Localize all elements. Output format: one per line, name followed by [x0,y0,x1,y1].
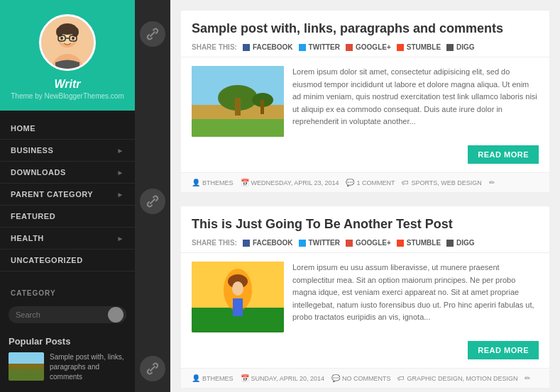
post-card-2: This is Just Going To Be Another Test Po… [181,206,549,388]
meta-categories-1: 🏷SPORTS, WEB DESIGN [402,179,481,186]
post-image-1 [192,66,284,137]
nav-link-uncategorized[interactable]: UNCATEGORIZED [0,250,135,271]
nav-item-featured[interactable]: FEATURED [0,206,135,228]
nav-label-health: HEALTH [11,234,44,242]
facebook-share-btn[interactable]: FACEBOOK [243,43,293,51]
post-meta-2: 👤BTHEMES 📅SUNDAY, APRIL 20, 2014 💬NO COM… [181,368,549,388]
read-more-btn-1[interactable]: READ MORE [468,145,539,164]
search-button[interactable] [108,307,123,323]
digg-share-btn-2[interactable]: DIGG [446,239,475,247]
nav-label-parent: PARENT CATEGORY [11,190,93,198]
twitter-share-btn-2[interactable]: TWITTER [299,239,340,247]
nav-link-parent[interactable]: PARENT CATEGORY ► [0,184,135,205]
post-body-2: Lorem ipsum eu usu assum liberavisse, ut… [181,253,549,341]
stumble-share-btn-2[interactable]: STUMBLE [397,239,441,247]
meta-date-2: 📅SUNDAY, APRIL 20, 2014 [241,374,324,382]
digg-share-btn[interactable]: DIGG [446,43,475,51]
popular-post-thumb [9,352,44,381]
post-body-1: Lorem ipsum dolor sit amet, consectetur … [181,57,549,145]
meta-date-1: 📅WEDNESDAY, APRIL 23, 2014 [241,179,339,186]
post-meta-1: 👤BTHEMES 📅WEDNESDAY, APRIL 23, 2014 💬1 C… [181,172,549,192]
nav-label-downloads: DOWNLOADS [11,168,66,177]
nav-label-home: HOME [11,124,35,133]
meta-author-2: 👤BTHEMES [192,374,234,382]
post-card-1: Sample post with, links, paragraphs and … [181,11,549,192]
share-label-2: SHARE THIS: [192,239,237,247]
meta-edit-2: ✏ [525,374,530,382]
nav-item-health[interactable]: HEALTH ► [0,228,135,250]
search-box [9,306,126,323]
nav-item-parent[interactable]: PARENT CATEGORY ► [0,184,135,206]
sidebar: Writr Theme by NewBloggerThemes.com HOME… [0,0,135,392]
popular-post-item: Sample post with, links, paragraphs and … [9,352,126,382]
sidebar-header: Writr Theme by NewBloggerThemes.com [0,0,135,111]
svg-point-12 [60,37,63,40]
popular-posts-section: Popular Posts Sample post with, links, p… [0,329,135,392]
meta-comments-2: 💬NO COMMENTS [331,374,391,382]
post-excerpt-1: Lorem ipsum dolor sit amet, consectetur … [292,66,539,137]
meta-comments-1: 💬1 COMMENT [346,179,395,186]
nav-item-uncategorized[interactable]: UNCATEGORIZED [0,250,135,271]
svg-point-13 [72,37,75,40]
post-image-2 [192,262,284,332]
nav-link-featured[interactable]: FEATURED [0,206,135,227]
post-title-2[interactable]: This is Just Going To Be Another Test Po… [181,206,549,235]
chain-icon-1[interactable] [140,21,165,47]
read-more-wrap-2: READ MORE [181,341,549,368]
googleplus-share-btn[interactable]: GOOGLE+ [346,43,391,51]
nav-menu: HOME BUSINESS ► DOWNLOADS ► PARENT CATEG… [0,111,135,279]
nav-item-business[interactable]: BUSINESS ► [0,140,135,162]
svg-rect-20 [260,100,264,114]
main-content: Sample post with, links, paragraphs and … [170,0,560,392]
meta-categories-2: 🏷GRAPHIC DESIGN, MOTION DESIGN [397,374,517,382]
nav-link-downloads[interactable]: DOWNLOADS ► [0,162,135,183]
stumble-share-btn[interactable]: STUMBLE [397,43,441,51]
chevron-right-icon: ► [117,147,124,155]
site-subtitle: Theme by NewBloggerThemes.com [7,92,128,100]
nav-item-home[interactable]: HOME [0,118,135,140]
post-title-1[interactable]: Sample post with, links, paragraphs and … [181,11,549,40]
chevron-right-icon: ► [117,169,124,177]
nav-link-home[interactable]: HOME [0,118,135,139]
facebook-share-btn-2[interactable]: FACEBOOK [243,239,293,247]
chevron-right-icon: ► [117,191,124,198]
meta-edit-1: ✏ [489,179,495,186]
popular-posts-title: Popular Posts [9,336,126,347]
svg-point-27 [232,281,243,296]
nav-label-featured: FEATURED [11,212,55,220]
popular-post-title[interactable]: Sample post with, links, paragraphs and … [50,352,126,382]
svg-rect-16 [192,119,284,137]
share-label-1: SHARE THIS: [192,43,237,51]
svg-rect-18 [235,98,241,116]
read-more-wrap-1: READ MORE [181,145,549,172]
nav-link-business[interactable]: BUSINESS ► [0,140,135,161]
site-title: Writr [7,78,128,91]
category-section-label: CATEGORY [0,282,135,301]
chain-icon-2[interactable] [140,189,165,214]
chain-icon-3[interactable] [140,356,165,381]
share-bar-2: SHARE THIS: FACEBOOK TWITTER GOOGLE+ STU… [181,235,549,253]
chevron-right-icon: ► [117,235,124,242]
share-bar-1: SHARE THIS: FACEBOOK TWITTER GOOGLE+ STU… [181,40,549,57]
twitter-share-btn[interactable]: TWITTER [299,43,340,51]
googleplus-share-btn-2[interactable]: GOOGLE+ [346,239,391,247]
nav-link-health[interactable]: HEALTH ► [0,228,135,249]
svg-rect-26 [233,298,243,316]
meta-author-1: 👤BTHEMES [192,179,234,186]
chain-column [135,0,170,392]
nav-item-downloads[interactable]: DOWNLOADS ► [0,162,135,184]
avatar [39,14,96,71]
nav-label-uncategorized: UNCATEGORIZED [11,256,83,264]
nav-label-business: BUSINESS [11,146,53,155]
post-excerpt-2: Lorem ipsum eu usu assum liberavisse, ut… [292,262,539,332]
read-more-btn-2[interactable]: READ MORE [468,341,539,359]
